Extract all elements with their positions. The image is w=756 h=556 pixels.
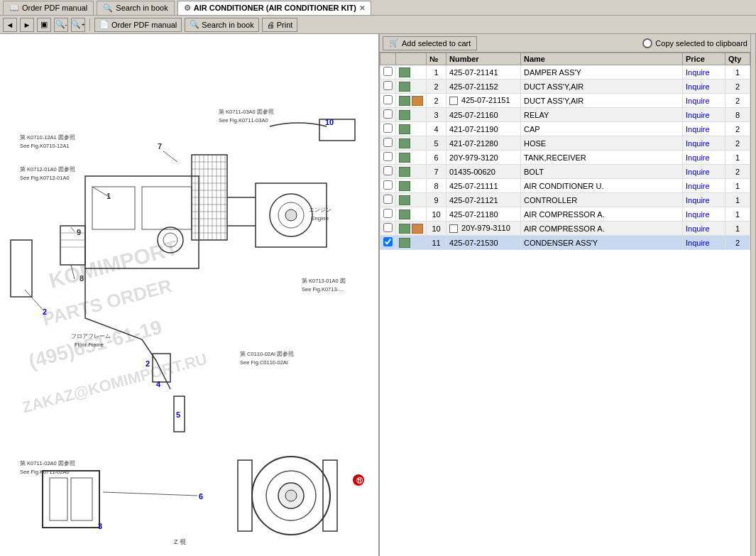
svg-text:3: 3 [98,522,102,530]
row-icon-cart[interactable] [399,238,410,248]
inquire-link[interactable]: Inquire [686,210,710,219]
inquire-link[interactable]: Inquire [686,82,710,91]
row-price[interactable]: Inquire [683,122,725,136]
row-icons-cell [396,236,427,250]
row-price[interactable]: Inquire [683,94,725,108]
row-icon-cart[interactable] [399,124,410,134]
table-row[interactable]: 5421-07-21280HOSEInquire2 [380,136,750,151]
row-checkbox[interactable] [383,81,393,90]
row-price[interactable]: Inquire [683,165,725,179]
nav-forward-button[interactable]: ► [20,18,34,32]
row-checkbox[interactable] [383,95,393,104]
table-row[interactable]: 620Y-979-3120TANK,RECEIVERInquire1 [380,151,750,165]
tab-search[interactable]: 🔍 Search in book [97,1,174,15]
row-checkbox[interactable] [383,124,393,133]
tab-close-button[interactable]: ✕ [359,4,365,12]
row-price[interactable]: Inquire [683,65,725,80]
sub-item-checkbox[interactable] [449,224,458,233]
row-icon-cart[interactable] [399,96,410,106]
table-row[interactable]: 2425-07-21152DUCT ASS'Y,AIRInquire2 [380,80,750,94]
row-part-number: 425-07-21141 [447,65,521,80]
row-price[interactable]: Inquire [683,108,725,122]
table-row[interactable]: 701435-00620BOLTInquire2 [380,165,750,179]
print-button[interactable]: 🖨 Print [262,18,298,32]
search-icon: 🔍 [103,4,113,13]
tab-main[interactable]: ⚙ AIR CONDITIONER (AIR CONDITIONER KIT) … [177,1,371,15]
row-checkbox[interactable] [383,109,393,119]
row-checkbox[interactable] [383,223,393,232]
table-row[interactable]: 1425-07-21141DAMPER ASS'YInquire1 [380,65,750,80]
inquire-link[interactable]: Inquire [686,153,710,162]
row-icon-cart[interactable] [399,110,410,120]
row-checkbox[interactable] [383,152,393,161]
svg-text:6: 6 [199,492,203,501]
order-pdf-button[interactable]: 📄 Order PDF manual [94,18,182,32]
row-price[interactable]: Inquire [683,151,725,165]
row-checkbox-cell [380,94,396,108]
row-icon-cart[interactable] [399,224,410,234]
row-price[interactable]: Inquire [683,193,725,207]
inquire-link[interactable]: Inquire [686,224,710,233]
row-icon-cart[interactable] [399,67,410,77]
row-icon-cart[interactable] [399,153,410,163]
tab-pdf-label: Order PDF manual [22,4,87,12]
row-checkbox[interactable] [383,209,393,218]
inquire-link[interactable]: Inquire [686,168,710,176]
search-in-book-button[interactable]: 🔍 Search in book [185,18,258,32]
row-icon-extra[interactable] [412,96,423,106]
row-icon-cart[interactable] [399,138,410,148]
row-checkbox[interactable] [383,180,393,190]
table-row[interactable]: 3425-07-21160RELAYInquire8 [380,108,750,122]
row-icon-cart[interactable] [399,167,410,177]
nav-back-button[interactable]: ◄ [3,18,17,32]
parts-table-container[interactable]: № Number Name Price Qty 1425-07-21141DAM… [380,53,750,556]
row-icon-cart[interactable] [399,209,410,219]
row-price[interactable]: Inquire [683,179,725,193]
row-checkbox[interactable] [383,67,393,76]
row-price[interactable]: Inquire [683,136,725,151]
row-checkbox[interactable] [383,166,393,175]
add-cart-label: Add selected to cart [402,39,471,48]
row-checkbox[interactable] [383,138,393,147]
row-part-name: AIR COMPRESSOR A. [521,207,683,222]
row-checkbox[interactable] [383,195,393,204]
row-qty: 1 [725,65,750,80]
row-icons-cell [396,222,427,236]
table-row[interactable]: 11425-07-21530CONDENSER ASS'YInquire2 [380,236,750,250]
row-icon-extra[interactable] [412,224,423,234]
row-part-name: DUCT ASS'Y,AIR [521,80,683,94]
zoom-in-button[interactable]: 🔍+ [71,18,85,32]
zoom-out-button[interactable]: 🔍- [54,18,68,32]
table-row[interactable]: 4421-07-21190CAPInquire2 [380,122,750,136]
inquire-link[interactable]: Inquire [686,125,710,133]
inquire-link[interactable]: Inquire [686,239,710,247]
inquire-link[interactable]: Inquire [686,182,710,190]
nav-home-button[interactable]: ▣ [37,18,51,32]
row-price[interactable]: Inquire [683,236,725,250]
table-row[interactable]: 2 425-07-21151DUCT ASS'Y,AIRInquire2 [380,94,750,108]
svg-text:See Fig.C0110-02AI: See Fig.C0110-02AI [240,359,288,366]
panel-divider[interactable] [750,34,756,556]
inquire-link[interactable]: Inquire [686,139,710,148]
sub-item-checkbox[interactable] [449,97,458,105]
inquire-link[interactable]: Inquire [686,111,710,119]
table-row[interactable]: 10 20Y-979-3110AIR COMPRESSOR A.Inquire1 [380,222,750,236]
inquire-link[interactable]: Inquire [686,97,710,105]
table-row[interactable]: 9425-07-21121CONTROLLERInquire1 [380,193,750,207]
inquire-link[interactable]: Inquire [686,196,710,205]
row-price[interactable]: Inquire [683,80,725,94]
inquire-link[interactable]: Inquire [686,68,710,77]
row-qty: 2 [725,94,750,108]
row-num: 1 [427,65,447,80]
add-to-cart-button[interactable]: 🛒 Add selected to cart [383,36,477,50]
table-row[interactable]: 8425-07-21111AIR CONDITIONER U.Inquire1 [380,179,750,193]
row-icon-cart[interactable] [399,82,410,92]
row-icon-cart[interactable] [399,181,410,191]
tab-pdf[interactable]: 📖 Order PDF manual [3,1,94,15]
radio-button[interactable] [642,38,652,48]
row-icon-cart[interactable] [399,195,410,205]
table-row[interactable]: 10425-07-21180AIR COMPRESSOR A.Inquire1 [380,207,750,222]
row-price[interactable]: Inquire [683,207,725,222]
row-price[interactable]: Inquire [683,222,725,236]
row-checkbox[interactable] [383,237,393,246]
